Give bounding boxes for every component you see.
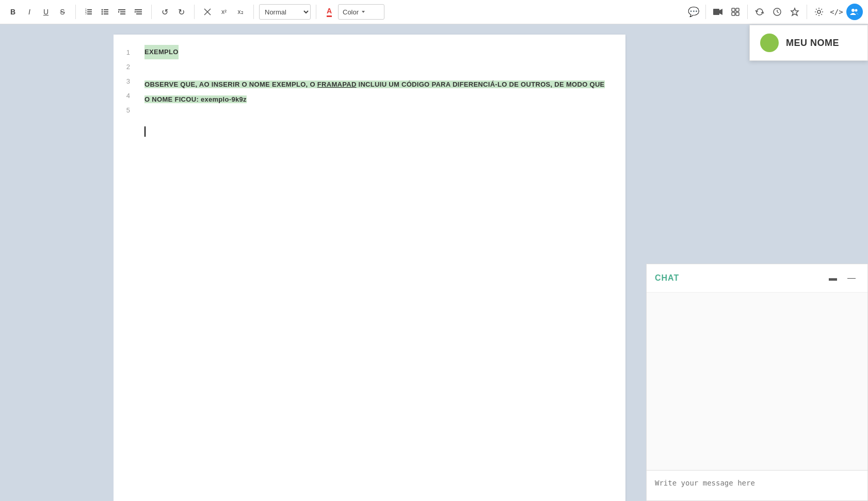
history-group: ↺ ↻ bbox=[157, 4, 189, 20]
editor-wrapper: 1 2 3 4 5 EXEMPLO OBSERVE QUE, AO INSERI… bbox=[114, 24, 636, 501]
chat-minimize-button[interactable]: — bbox=[844, 270, 859, 286]
editor-line-5 bbox=[144, 124, 605, 139]
sep-1 bbox=[75, 5, 76, 19]
group-button[interactable] bbox=[728, 4, 743, 20]
unordered-list-button[interactable] bbox=[98, 4, 113, 20]
clock-button[interactable] bbox=[769, 4, 785, 20]
line-num-2: 2 bbox=[114, 59, 130, 74]
color-label: Color bbox=[343, 8, 359, 16]
redo-button[interactable]: ↻ bbox=[173, 4, 189, 20]
settings-button[interactable] bbox=[811, 4, 827, 20]
editor-line-2 bbox=[144, 62, 605, 77]
ul-icon bbox=[101, 8, 109, 16]
indent-decrease-button[interactable] bbox=[114, 4, 130, 20]
svg-line-31 bbox=[777, 12, 779, 13]
svg-rect-16 bbox=[135, 9, 142, 10]
chat-messages bbox=[647, 293, 867, 470]
font-color-button[interactable]: A bbox=[322, 4, 337, 20]
chevron-down-icon bbox=[361, 9, 366, 14]
indent-increase-button[interactable] bbox=[131, 4, 146, 20]
superscript-button[interactable]: x² bbox=[216, 4, 232, 20]
bold-button[interactable]: B bbox=[5, 4, 21, 20]
code-button[interactable]: </> bbox=[829, 4, 844, 20]
sep-6 bbox=[705, 5, 706, 19]
svg-rect-23 bbox=[713, 9, 719, 15]
svg-text:3: 3 bbox=[85, 12, 87, 15]
sep-2 bbox=[151, 5, 152, 19]
grid-icon bbox=[731, 7, 740, 17]
clear-formatting-button[interactable] bbox=[200, 4, 215, 20]
users-icon bbox=[850, 7, 859, 17]
line-3-text: OBSERVE QUE, AO INSERIR O NOME EXEMPLO, … bbox=[144, 80, 605, 103]
svg-rect-6 bbox=[104, 9, 108, 10]
sep-8 bbox=[807, 5, 807, 19]
star-button[interactable] bbox=[787, 4, 802, 20]
svg-point-33 bbox=[817, 10, 821, 13]
svg-rect-27 bbox=[732, 12, 735, 15]
video-button[interactable] bbox=[710, 4, 726, 20]
italic-button[interactable]: I bbox=[22, 4, 37, 20]
svg-marker-22 bbox=[362, 11, 365, 13]
svg-rect-8 bbox=[104, 13, 108, 14]
color-group: A Color bbox=[322, 4, 384, 20]
svg-marker-32 bbox=[791, 8, 798, 15]
gear-icon bbox=[814, 7, 824, 17]
svg-rect-18 bbox=[136, 13, 142, 14]
svg-point-10 bbox=[102, 11, 103, 13]
chat-input[interactable] bbox=[647, 471, 867, 498]
chat-header: CHAT ▬ — bbox=[647, 264, 867, 293]
undo-button[interactable]: ↺ bbox=[157, 4, 172, 20]
indent-left-icon bbox=[118, 8, 126, 16]
strikethrough-button[interactable]: S bbox=[55, 4, 70, 20]
underline-button[interactable]: U bbox=[38, 4, 54, 20]
sync-button[interactable] bbox=[752, 4, 767, 20]
chat-panel: CHAT ▬ — bbox=[646, 264, 868, 501]
editor-content[interactable]: EXEMPLO OBSERVE QUE, AO INSERIR O NOME E… bbox=[134, 35, 625, 501]
svg-marker-24 bbox=[719, 9, 722, 15]
main-toolbar: B I U S 123 ↺ ↻ x² x₂ Normal Heading 1 H bbox=[0, 0, 868, 24]
avatar bbox=[760, 34, 779, 52]
svg-point-35 bbox=[855, 9, 858, 12]
svg-rect-13 bbox=[120, 11, 125, 12]
user-name: MEU NOME bbox=[786, 38, 839, 49]
color-dropdown-button[interactable]: Color bbox=[338, 4, 384, 20]
svg-marker-19 bbox=[135, 11, 136, 13]
video-icon bbox=[713, 8, 723, 16]
subscript-button[interactable]: x₂ bbox=[233, 4, 248, 20]
svg-rect-7 bbox=[104, 11, 108, 12]
comment-button[interactable]: 💬 bbox=[686, 4, 701, 20]
user-popup: MEU NOME bbox=[749, 25, 868, 61]
sep-7 bbox=[747, 5, 748, 19]
main-area: 1 2 3 4 5 EXEMPLO OBSERVE QUE, AO INSERI… bbox=[0, 24, 868, 501]
line-numbers: 1 2 3 4 5 bbox=[114, 35, 134, 117]
sep-5 bbox=[316, 5, 316, 19]
users-button[interactable] bbox=[846, 4, 863, 20]
editor-paper: 1 2 3 4 5 EXEMPLO OBSERVE QUE, AO INSERI… bbox=[114, 35, 625, 501]
svg-rect-12 bbox=[118, 9, 125, 10]
svg-point-9 bbox=[102, 9, 103, 11]
svg-rect-28 bbox=[736, 12, 739, 15]
chat-close-button[interactable]: ▬ bbox=[825, 270, 841, 286]
svg-marker-15 bbox=[118, 11, 120, 13]
line-num-4: 4 bbox=[114, 88, 130, 103]
line-1-text: EXEMPLO bbox=[144, 45, 179, 59]
svg-rect-14 bbox=[120, 13, 125, 14]
toolbar-right-group: 💬 </> bbox=[686, 4, 863, 20]
indent-right-icon bbox=[134, 8, 142, 16]
left-gutter bbox=[0, 24, 114, 501]
font-color-icon: A bbox=[327, 7, 332, 17]
svg-rect-26 bbox=[736, 8, 739, 11]
sync-icon bbox=[755, 7, 764, 17]
svg-point-11 bbox=[102, 13, 103, 15]
paragraph-style-dropdown[interactable]: Normal Heading 1 Heading 2 Heading 3 bbox=[259, 4, 311, 20]
clear-format-icon bbox=[203, 7, 212, 17]
sep-4 bbox=[253, 5, 254, 19]
text-format-group: B I U S bbox=[5, 4, 70, 20]
chat-title: CHAT bbox=[655, 273, 679, 283]
text-cursor bbox=[144, 126, 146, 137]
sep-3 bbox=[194, 5, 195, 19]
misc-group: x² x₂ bbox=[200, 4, 248, 20]
star-icon bbox=[790, 7, 799, 17]
svg-rect-1 bbox=[87, 11, 92, 12]
ordered-list-button[interactable]: 123 bbox=[81, 4, 97, 20]
